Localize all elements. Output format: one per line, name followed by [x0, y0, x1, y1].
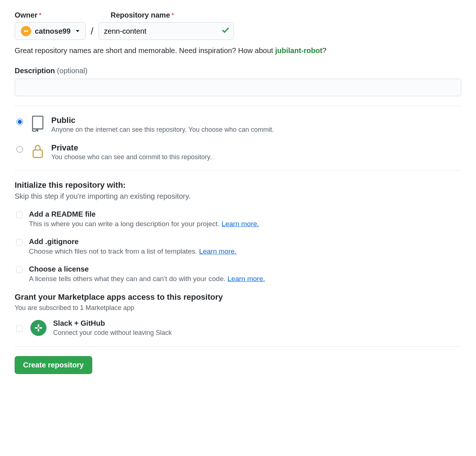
initialize-heading: Initialize this repository with:	[15, 180, 461, 190]
svg-point-1	[26, 30, 28, 32]
caret-down-icon	[76, 30, 79, 32]
initialize-sub: Skip this step if you're importing an ex…	[15, 192, 461, 201]
svg-point-0	[24, 30, 26, 32]
visibility-private-radio[interactable]	[16, 146, 23, 153]
owner-name: catnose99	[35, 27, 71, 35]
description-label: Description	[15, 67, 55, 75]
license-title: Choose a license	[29, 265, 265, 273]
description-optional: (optional)	[57, 67, 88, 75]
readme-learn-more-link[interactable]: Learn more.	[222, 220, 259, 228]
gitignore-sub: Choose which files not to track from a l…	[29, 247, 199, 255]
lock-icon	[31, 143, 45, 161]
owner-select[interactable]: catnose99	[15, 22, 86, 40]
visibility-public-radio[interactable]	[16, 119, 23, 125]
svg-rect-3	[33, 150, 42, 157]
marketplace-heading: Grant your Marketplace apps access to th…	[15, 292, 461, 302]
visibility-public-sub: Anyone on the internet can see this repo…	[51, 126, 274, 134]
license-checkbox[interactable]	[16, 266, 23, 273]
divider	[15, 171, 461, 171]
visibility-private-title: Private	[51, 143, 212, 153]
license-learn-more-link[interactable]: Learn more.	[227, 275, 265, 283]
app-slack-sub: Connect your code without leaving Slack	[53, 329, 172, 337]
repo-name-label: Repository name	[111, 11, 170, 19]
visibility-public-title: Public	[51, 116, 274, 125]
check-icon	[222, 26, 230, 36]
owner-avatar-icon	[21, 26, 31, 36]
readme-title: Add a README file	[29, 210, 259, 218]
svg-rect-6	[35, 327, 38, 329]
visibility-private-sub: You choose who can see and commit to thi…	[51, 153, 212, 161]
marketplace-sub: You are subscribed to 1 Marketplace app	[15, 304, 461, 312]
readme-checkbox[interactable]	[16, 212, 23, 218]
gitignore-title: Add .gitignore	[29, 238, 237, 246]
divider	[15, 106, 461, 106]
slash-separator: /	[91, 26, 93, 37]
create-repository-button[interactable]: Create repository	[15, 356, 92, 374]
svg-rect-7	[39, 327, 42, 329]
svg-rect-4	[38, 324, 39, 327]
inspiration-suffix: ?	[322, 46, 326, 55]
inspiration-text: Great repository names are short and mem…	[15, 46, 275, 55]
license-sub: A license tells others what they can and…	[29, 275, 227, 283]
svg-rect-5	[38, 329, 39, 332]
gitignore-learn-more-link[interactable]: Learn more.	[199, 247, 237, 255]
repo-name-input[interactable]	[98, 22, 234, 40]
app-slack-title: Slack + GitHub	[53, 319, 172, 328]
repo-public-icon	[31, 116, 45, 134]
suggested-name-link[interactable]: jubilant-robot	[275, 46, 322, 55]
owner-label: Owner	[15, 11, 37, 19]
slack-icon	[30, 320, 47, 336]
description-input[interactable]	[15, 79, 461, 96]
gitignore-checkbox[interactable]	[16, 239, 23, 246]
readme-sub: This is where you can write a long descr…	[29, 220, 222, 228]
required-asterisk: *	[171, 12, 174, 19]
divider	[15, 346, 461, 347]
required-asterisk: *	[39, 12, 41, 19]
app-slack-checkbox[interactable]	[16, 325, 23, 332]
svg-rect-2	[33, 116, 43, 129]
